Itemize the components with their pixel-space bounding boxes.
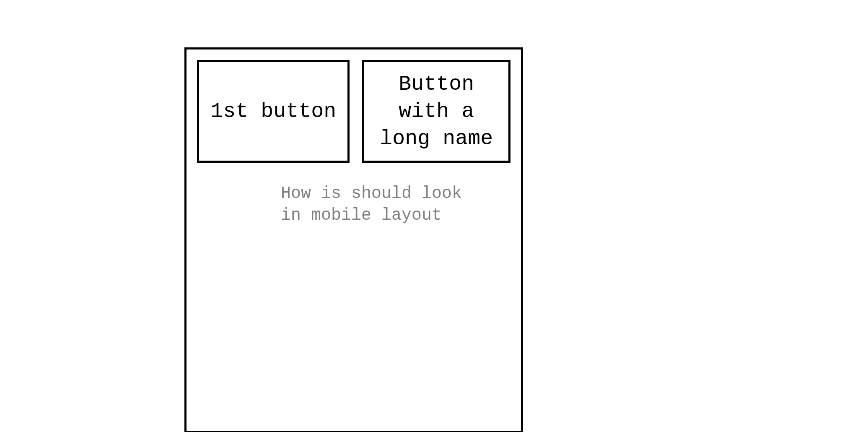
- second-button[interactable]: Button with a long name: [362, 60, 510, 163]
- second-button-label: Button with a long name: [368, 70, 504, 152]
- mobile-layout-frame: 1st button Button with a long name How i…: [184, 47, 523, 432]
- caption-text: How is should look in mobile layout: [281, 183, 510, 226]
- button-row: 1st button Button with a long name: [197, 60, 510, 163]
- first-button[interactable]: 1st button: [197, 60, 350, 163]
- first-button-label: 1st button: [210, 98, 336, 125]
